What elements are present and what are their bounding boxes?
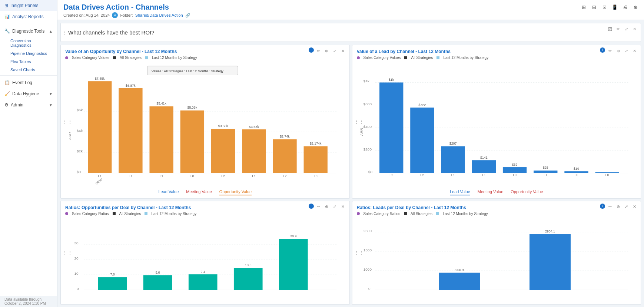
y-axis-title: ARR (68, 132, 72, 140)
edit-icon[interactable]: ✏ (615, 26, 621, 32)
edit-icon[interactable]: ✏ (315, 47, 322, 54)
svg-text:0: 0 (77, 287, 79, 291)
bar-prospecting-sdr-l (564, 171, 588, 173)
expand-icon[interactable]: ⤢ (623, 204, 630, 210)
sidebar-item-saved-charts[interactable]: Saved Charts (0, 66, 57, 74)
info-icon[interactable]: i (309, 204, 314, 209)
svg-text:10: 10 (74, 271, 79, 275)
edit-icon[interactable]: ✏ (315, 204, 322, 210)
svg-text:$3.53k: $3.53k (249, 125, 259, 129)
close-icon[interactable]: ✕ (631, 26, 638, 32)
sidebar-item-label: Insight Panels (10, 3, 38, 8)
svg-text:$1k: $1k (363, 79, 369, 83)
print-icon[interactable]: 🖨 (621, 3, 629, 11)
tab-lead-value[interactable]: Lead Value (158, 189, 179, 195)
svg-text:$6.87k: $6.87k (126, 84, 136, 88)
drag-handle[interactable]: ⋮⋮ (62, 250, 73, 256)
chart-opportunity-by-channel: ⋮⋮ i ✏ ⊕ ⤢ ✕ Value of an Opportunity by … (60, 45, 350, 199)
sidebar-item-analyst-reports[interactable]: 📊 Analyst Reports (0, 11, 57, 22)
close-icon[interactable]: ✕ (631, 47, 638, 54)
expand-icon[interactable]: ⤢ (332, 204, 338, 210)
expand-icon[interactable]: ⤢ (623, 47, 630, 54)
svg-text:L0: L0 (574, 173, 578, 177)
bar-ads-search-l2 (379, 82, 403, 173)
group-label: Diagnostic Tools (12, 29, 44, 34)
data-hygiene-icon: 🧹 (4, 91, 10, 96)
sidebar-item-label: Analyst Reports (12, 14, 44, 19)
svg-text:$6k: $6k (77, 108, 83, 112)
tab-lead-value-2[interactable]: Lead Value (450, 189, 470, 195)
legend-dot-sales (65, 56, 68, 59)
info-icon[interactable]: i (309, 47, 314, 53)
svg-text:ARR: ARR (359, 128, 363, 136)
drag-handle[interactable]: ⋮⋮ (354, 250, 364, 256)
add-icon[interactable]: ⊕ (631, 3, 640, 11)
tab-opportunity-value[interactable]: Opportunity Value (219, 189, 252, 195)
drag-handle[interactable]: ⋮⋮ (62, 30, 73, 36)
image-icon[interactable]: 🖼 (607, 26, 613, 32)
bar-ads-search-2 (211, 129, 235, 173)
tab-meeting-value[interactable]: Meeting Value (186, 189, 212, 195)
folder-path-link[interactable]: Shared/Data Drives Action (135, 13, 183, 17)
close-icon[interactable]: ✕ (340, 47, 346, 54)
admin-icon: ⚙ (4, 102, 9, 108)
folder-label: Folder: (120, 13, 133, 17)
close-icon[interactable]: ✕ (340, 204, 346, 210)
share-icon[interactable]: ⊕ (615, 204, 621, 210)
page-body: ⋮⋮ 🖼 ✏ ⤢ ✕ What channels have the best R… (57, 20, 644, 307)
share-icon[interactable]: ⊕ (615, 47, 621, 54)
group-label: Data Hygiene (12, 91, 39, 96)
tab-meeting-value-2[interactable]: Meeting Value (478, 189, 504, 195)
close-icon[interactable]: ✕ (631, 204, 638, 210)
svg-text:9.4: 9.4 (201, 270, 205, 273)
sidebar-group-data-hygiene[interactable]: 🧹 Data Hygiene ▼ (0, 88, 57, 99)
sidebar-item-pipeline-diagnostics[interactable]: Pipeline Diagnostics (0, 49, 57, 57)
sidebar-item-insight-panels[interactable]: ⊞ Insight Panels (0, 0, 57, 11)
panel-question: What channels have the best ROI? (68, 29, 633, 36)
sidebar-group-admin[interactable]: ⚙ Admin ▼ (0, 99, 57, 110)
svg-text:Other: Other (95, 177, 103, 185)
page-header: Data Drives Action - Channels Created on… (57, 0, 644, 20)
svg-text:L0: L0 (190, 174, 194, 178)
sidebar-item-conversion-diagnostics[interactable]: Conversion Diagnostics (0, 37, 57, 49)
edit-icon[interactable]: ✏ (607, 47, 613, 54)
drag-handle[interactable]: ⋮⋮ (354, 119, 364, 125)
info-icon[interactable]: i (600, 204, 605, 209)
drag-handle[interactable]: ⋮⋮ (62, 119, 73, 125)
created-date: Created on: Aug 14, 2024 (63, 13, 110, 17)
share-icon[interactable]: ⊕ (323, 47, 330, 54)
text-panel: ⋮⋮ 🖼 ✏ ⤢ ✕ What channels have the best R… (60, 23, 641, 42)
column-view-icon[interactable]: ⊡ (600, 3, 608, 11)
expand-icon[interactable]: ⤢ (332, 47, 338, 54)
chart-title: Ratios: Opportunities per Deal by Channe… (65, 205, 345, 210)
sidebar-item-flex-tables[interactable]: Flex Tables (0, 57, 57, 66)
svg-text:$400: $400 (363, 125, 372, 129)
event-log-icon: 📋 (4, 80, 10, 85)
sidebar-group-diagnostic-tools[interactable]: 🔧 Diagnostic Tools ▲ (0, 26, 57, 37)
legend-dot (357, 212, 360, 215)
chart-legend: Sales Category Values All Strategies Las… (357, 56, 637, 60)
list-view-icon[interactable]: ⊟ (590, 3, 598, 11)
info-icon[interactable]: i (600, 47, 605, 53)
expand-icon[interactable]: ⤢ (623, 26, 630, 32)
sidebar: ⊞ Insight Panels 📊 Analyst Reports 🔧 Dia… (0, 0, 57, 307)
edit-icon[interactable]: ✏ (607, 204, 613, 210)
svg-text:30: 30 (74, 241, 79, 245)
svg-text:$2.74k: $2.74k (280, 135, 290, 138)
svg-text:2904.1: 2904.1 (545, 230, 555, 233)
bar-r3 (189, 274, 218, 290)
mobile-view-icon[interactable]: 📱 (611, 3, 619, 11)
sidebar-group-event-log[interactable]: 📋 Event Log (0, 77, 57, 88)
svg-text:L0: L0 (605, 173, 609, 177)
svg-text:7.8: 7.8 (110, 273, 114, 276)
svg-text:$1k: $1k (389, 78, 394, 82)
share-icon[interactable]: ⊕ (323, 204, 330, 210)
bar-chart-svg-4: 0 1000 1500 2500 900.9 2904.1 (357, 218, 637, 300)
tab-opportunity-value-2[interactable]: Opportunity Value (511, 189, 543, 195)
bar-organic-l1 (472, 160, 495, 173)
bar-ads-search-1 (119, 88, 142, 173)
svg-text:$7.45k: $7.45k (95, 77, 105, 80)
grid-view-icon[interactable]: ⊞ (580, 3, 588, 11)
bar-rl1 (439, 273, 480, 290)
svg-text:0: 0 (368, 287, 371, 291)
